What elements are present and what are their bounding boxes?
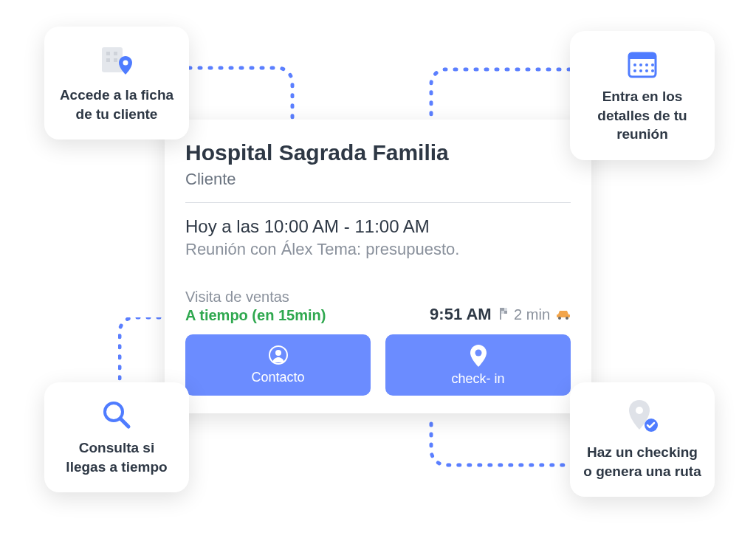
on-time-status: A tiempo (en 15min) xyxy=(185,307,326,324)
svg-rect-3 xyxy=(501,311,504,314)
svg-point-26 xyxy=(651,69,654,72)
svg-rect-0 xyxy=(500,308,501,320)
calendar-icon xyxy=(583,47,701,80)
visit-type: Visita de ventas xyxy=(185,289,326,306)
svg-point-24 xyxy=(639,69,642,72)
svg-point-20 xyxy=(639,63,642,66)
travel-time-row: 2 min xyxy=(514,306,571,323)
annotation-text: Haz un checking o genera una ruta xyxy=(583,443,701,481)
svg-point-23 xyxy=(633,69,636,72)
svg-rect-1 xyxy=(501,308,504,311)
contact-label: Contacto xyxy=(251,370,304,385)
visit-card: Hospital Sagrada Familia Cliente Hoy a l… xyxy=(165,120,591,413)
svg-point-22 xyxy=(651,63,654,66)
svg-point-25 xyxy=(645,69,648,72)
annotation-text: Entra en los detalles de tu reunión xyxy=(583,87,701,144)
svg-rect-2 xyxy=(504,311,507,314)
svg-rect-14 xyxy=(106,58,110,62)
svg-point-7 xyxy=(566,317,568,320)
car-icon xyxy=(556,306,571,323)
svg-point-29 xyxy=(636,407,643,414)
svg-line-28 xyxy=(120,419,128,427)
annotation-checkin-route: Haz un checking o genera una ruta xyxy=(570,382,715,497)
svg-point-21 xyxy=(645,63,648,66)
svg-rect-4 xyxy=(504,308,507,311)
svg-point-19 xyxy=(633,63,636,66)
svg-rect-5 xyxy=(557,314,570,317)
svg-rect-13 xyxy=(114,52,117,55)
current-time-row: 9:51 AM xyxy=(430,305,511,324)
action-buttons: Contacto check- in xyxy=(185,334,571,396)
divider xyxy=(185,202,571,203)
annotation-text: Consulta si llegas a tiempo xyxy=(58,438,176,476)
svg-rect-11 xyxy=(102,47,123,72)
svg-rect-18 xyxy=(629,53,656,59)
contact-button[interactable]: Contacto xyxy=(185,334,371,396)
current-time: 9:51 AM xyxy=(430,305,492,324)
svg-point-9 xyxy=(275,350,281,356)
annotation-on-time: Consulta si llegas a tiempo xyxy=(44,382,189,492)
client-type: Cliente xyxy=(185,170,571,189)
status-row: Visita de ventas A tiempo (en 15min) 9:5… xyxy=(185,289,571,324)
annotation-access-client: Accede a la ficha de tu cliente xyxy=(44,27,189,140)
meeting-note: Reunión con Álex Tema: presupuesto. xyxy=(185,240,571,259)
building-pin-icon xyxy=(58,43,176,78)
travel-time: 2 min xyxy=(514,306,550,323)
person-icon xyxy=(268,345,289,365)
connector-tl xyxy=(189,65,307,124)
client-name[interactable]: Hospital Sagrada Familia xyxy=(185,140,571,165)
checkin-button[interactable]: check- in xyxy=(385,334,571,396)
checkered-flag-icon xyxy=(498,305,511,324)
checkin-label: check- in xyxy=(451,371,504,387)
svg-point-6 xyxy=(558,317,561,320)
annotation-text: Accede a la ficha de tu cliente xyxy=(58,86,176,123)
search-icon xyxy=(58,399,176,431)
meeting-time: Hoy a las 10:00 AM - 11:00 AM xyxy=(185,216,571,237)
svg-rect-15 xyxy=(114,58,117,62)
svg-point-16 xyxy=(123,61,128,66)
connector-tr xyxy=(409,65,571,124)
svg-rect-12 xyxy=(106,52,110,55)
svg-point-10 xyxy=(475,350,481,357)
annotation-meeting-details: Entra en los detalles de tu reunión xyxy=(570,31,715,160)
pin-check-icon xyxy=(583,399,701,435)
pin-icon xyxy=(470,345,487,367)
